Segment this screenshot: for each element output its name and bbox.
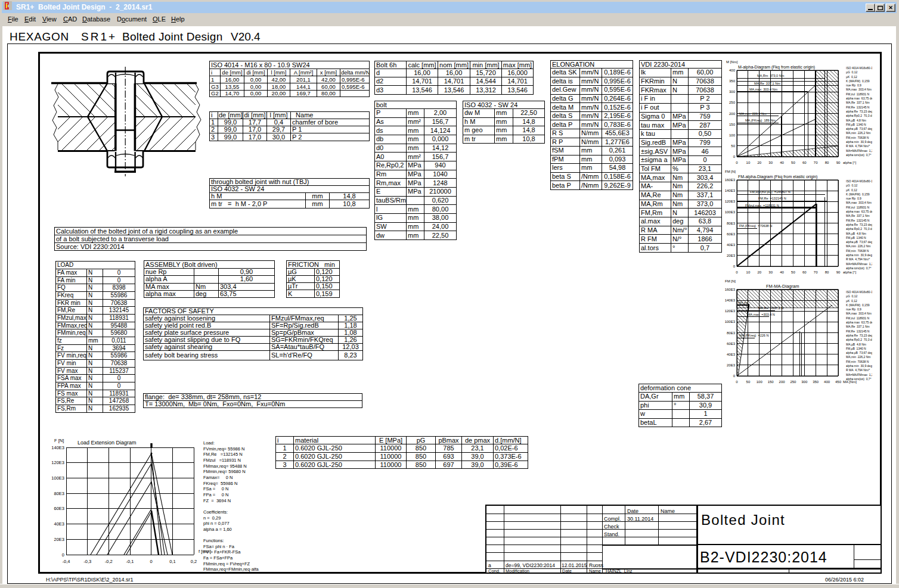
svg-text:20E3: 20E3 (727, 254, 736, 257)
svg-text:30: 30 (768, 161, 773, 164)
svg-text:FM,(FKreq) =70638 N: FM,(FKreq) =70638 N (739, 224, 772, 228)
svg-text:M [Nm]: M [Nm] (726, 60, 738, 64)
svg-text:80E3: 80E3 (727, 222, 736, 225)
svg-text:MA,zul: MA,zul (738, 301, 748, 304)
svg-text:450: 450 (835, 380, 842, 384)
svg-text:10: 10 (746, 161, 751, 164)
svg-text:FM,Rp/(zul µG) =145807 N: FM,Rp/(zul µG) =145807 N (750, 190, 790, 194)
svg-text:FM-MA-Diagram: FM-MA-Diagram (766, 284, 799, 289)
svg-text:70: 70 (814, 161, 818, 164)
svg-text:140E3: 140E3 (51, 445, 64, 450)
svg-text:160E3: 160E3 (725, 178, 736, 182)
svg-text:80E3: 80E3 (727, 331, 736, 335)
svg-text:Load Extension Diagram: Load Extension Diagram (78, 440, 137, 446)
svg-text:40E3: 40E3 (727, 243, 736, 247)
svg-text:40E3: 40E3 (54, 521, 64, 527)
svg-text:20: 20 (757, 270, 761, 274)
svg-text:80E3: 80E3 (54, 491, 64, 496)
svg-text:160E3: 160E3 (725, 288, 736, 291)
svg-text:0: 0 (736, 380, 738, 384)
svg-text:0,1: 0,1 (169, 559, 175, 564)
svg-text:MA,Rm 373,0 Nm: MA,Rm 373,0 Nm (757, 74, 785, 77)
svg-text:100E3: 100E3 (725, 210, 736, 214)
svg-text:MA,max 303,4 Nm: MA,max 303,4 Nm (749, 88, 777, 91)
svg-text:100: 100 (729, 133, 736, 137)
svg-text:200: 200 (729, 112, 736, 116)
svg-text:150: 150 (768, 380, 774, 384)
svg-text:MA,(FKreq) 189 Nm: MA,(FKreq) 189 Nm (745, 119, 776, 122)
svg-text:10: 10 (746, 270, 751, 274)
svg-text:MA,(FKreq) =226 N: MA,(FKreq) =226 N (739, 334, 768, 337)
svg-text:60E3: 60E3 (727, 342, 736, 346)
svg-text:MA,Re =337,1 N: MA,Re =337,1 N (758, 306, 783, 310)
svg-text:FM-alpha-Diagram (Fkq from ela: FM-alpha-Diagram (Fkq from elastic origi… (738, 175, 817, 179)
svg-text:100: 100 (757, 380, 763, 384)
svg-text:50: 50 (791, 270, 795, 274)
svg-text:50: 50 (731, 144, 735, 148)
svg-text:400: 400 (824, 380, 830, 384)
svg-text:250: 250 (790, 380, 796, 384)
svg-text:90: 90 (836, 270, 841, 274)
svg-text:300: 300 (729, 90, 736, 94)
svg-text:50: 50 (746, 380, 751, 384)
svg-text:40: 40 (780, 161, 784, 164)
svg-text:0,2: 0,2 (191, 559, 197, 564)
svg-text:alpha [°]: alpha [°] (843, 161, 856, 164)
svg-text:20: 20 (757, 161, 761, 164)
svg-text:120E3: 120E3 (725, 200, 736, 203)
svg-text:20E3: 20E3 (54, 537, 64, 542)
svg-text:60E3: 60E3 (727, 232, 736, 236)
svg-text:120E3: 120E3 (51, 460, 64, 465)
svg-text:alpha [°]: alpha [°] (843, 270, 856, 274)
svg-text:30: 30 (768, 270, 773, 274)
svg-text:250: 250 (729, 101, 736, 104)
svg-text:40E3: 40E3 (727, 353, 736, 356)
svg-text:20E3: 20E3 (727, 363, 736, 367)
svg-text:60: 60 (802, 161, 807, 164)
svg-text:MA,min 226,2 Nm: MA,min 226,2 Nm (739, 112, 767, 116)
svg-text:50: 50 (791, 161, 795, 164)
svg-text:80: 80 (825, 161, 829, 164)
svg-text:-0,2: -0,2 (105, 559, 113, 564)
svg-text:FMzul,max =118931 N: FMzul,max =118931 N (745, 204, 779, 207)
svg-text:90: 90 (836, 161, 841, 164)
svg-text:120E3: 120E3 (725, 309, 736, 313)
svg-text:60: 60 (802, 270, 807, 274)
svg-text:350: 350 (813, 380, 819, 384)
svg-text:0: 0 (736, 161, 738, 164)
svg-text:200: 200 (779, 380, 786, 384)
svg-text:350: 350 (729, 79, 736, 83)
svg-text:140E3: 140E3 (725, 189, 736, 192)
svg-text:100E3: 100E3 (725, 320, 736, 323)
svg-text:F [N]: F [N] (54, 438, 64, 443)
svg-text:100E3: 100E3 (51, 475, 64, 481)
svg-text:80: 80 (825, 270, 829, 274)
svg-text:40: 40 (780, 270, 784, 274)
svg-text:MA,max =303,4 N: MA,max =303,4 N (748, 313, 775, 316)
svg-text:-0,4: -0,4 (63, 559, 70, 564)
svg-text:M-alpha-Diagram (Fkq from elas: M-alpha-Diagram (Fkq from elastic origin… (738, 65, 815, 70)
svg-text:300: 300 (801, 380, 808, 384)
svg-text:70: 70 (814, 270, 818, 274)
svg-text:140E3: 140E3 (725, 298, 736, 302)
svg-text:150: 150 (729, 123, 736, 126)
svg-text:0: 0 (736, 270, 738, 274)
svg-text:FM,Re =132145 N: FM,Re =132145 N (758, 197, 786, 200)
svg-text:0: 0 (733, 374, 736, 378)
svg-text:MA,Re 337,1 Nm: MA,Re 337,1 Nm (754, 82, 780, 85)
svg-text:400: 400 (729, 69, 736, 72)
svg-text:0: 0 (150, 559, 153, 564)
svg-text:60E3: 60E3 (54, 506, 64, 511)
svg-text:0: 0 (62, 552, 64, 558)
svg-text:-0,3: -0,3 (83, 559, 91, 564)
svg-text:0: 0 (733, 265, 736, 268)
svg-text:-0,1: -0,1 (126, 559, 134, 564)
svg-text:FM [N]: FM [N] (725, 170, 736, 173)
svg-text:FM [N]: FM [N] (725, 279, 736, 283)
svg-text:0: 0 (733, 155, 736, 158)
